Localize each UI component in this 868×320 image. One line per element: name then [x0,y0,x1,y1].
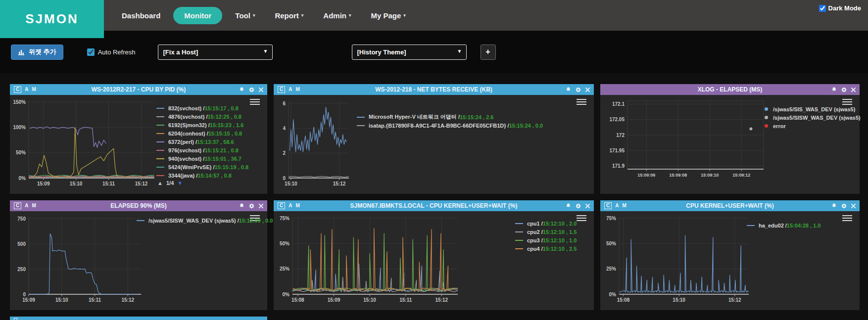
bell-icon[interactable] [831,203,837,209]
auto-refresh-toggle[interactable]: Auto Refresh [87,48,136,56]
bell-icon[interactable] [831,87,837,92]
page-down-icon[interactable]: ▼ [177,180,183,186]
gear-icon[interactable] [576,203,581,209]
svg-text:15:09: 15:09 [22,297,35,303]
auto-refresh-checkbox[interactable] [87,48,95,56]
mode-letter-a[interactable]: A [289,87,292,92]
bell-icon[interactable] [239,87,244,92]
legend-item[interactable]: 832(svchost) / 15:15:17 , 0.8 [156,104,248,112]
svg-text:15:09:10: 15:09:10 [701,173,719,178]
legend-item[interactable]: /sjwas5/SISW_WAS_DEV (sjwas5) [765,113,861,122]
legend-item[interactable]: 940(svchost) / 15:15:01 , 36.7 [156,154,248,163]
mode-letter-c[interactable]: C [278,202,285,209]
widget-header[interactable]: CAM WS-2012-218 - NET BYTES RECEIVE (KB) [274,84,594,95]
close-icon[interactable] [259,88,263,92]
gear-icon[interactable] [841,203,847,209]
mode-letter-m[interactable]: M [295,87,299,92]
mode-letter-c[interactable]: C [278,86,285,93]
legend-marker [156,125,164,126]
mode-letter-c[interactable]: C [604,202,612,209]
legend-marker [156,150,164,151]
svg-text:15:10: 15:10 [673,297,685,303]
legend-value: 15:14:57 , 0.8 [197,173,232,179]
legend-item[interactable]: Microsoft Hyper-V 네트워크 어댑터 / 15:15:24 , … [357,113,543,121]
mode-letter-a[interactable]: A [25,87,28,92]
host-select-wrap: [Fix a Host] ▼ [158,45,273,60]
legend-item[interactable]: 4876(svchost) / 15:12:25 , 0.8 [156,112,248,121]
widget-title: XLOG - ELAPSED (MS) [600,86,860,93]
nav-item-monitor[interactable]: Monitor [173,7,222,24]
legend-item[interactable]: 6192(Sjmon32) / 15:15:23 , 1.6 [156,121,248,129]
legend-marker [747,225,755,226]
legend-item[interactable]: /sjwas5/SISW_WAS_DEV (sjwas5) / 15:12:09… [137,216,273,225]
mode-letter-a[interactable]: A [615,203,619,208]
add-widget-button[interactable]: 위젯 추가 [11,45,63,60]
page-up-icon[interactable]: ▲ [157,180,163,186]
legend-item[interactable]: ha_edu02 / 15:04:28 , 1.0 [747,221,820,229]
close-icon[interactable] [851,88,856,92]
nav-item-dashboard[interactable]: Dashboard [115,7,167,24]
legend-item[interactable]: cpu2 / 15:12:10 , 1.5 [515,228,577,236]
legend-item[interactable]: error [765,122,861,130]
widget-header[interactable]: XLOG - ELAPSED (MS) [600,84,860,95]
legend-item[interactable]: 6372(perl) / 15:13:37 , 58.6 [156,137,248,146]
widget-panel-3: XLOG - ELAPSED (MS) 172.1172.05172171.95… [600,84,860,194]
close-icon[interactable] [851,204,856,208]
mode-letter-m[interactable]: M [32,203,36,208]
nav-item-tool[interactable]: Tool▾ [228,7,262,24]
chart-legend: cpu1 / 15:12:10 , 2.0cpu2 / 15:12:10 , 1… [515,219,577,253]
close-icon[interactable] [259,204,263,208]
mode-letter-m[interactable]: M [32,87,36,92]
legend-item[interactable]: 5424(WmiPrvSE) / 15:15:19 , 0.8 [156,163,248,171]
widget-header[interactable]: CAM ELAPSED 90% (MS) [10,200,267,211]
dark-mode-checkbox[interactable] [819,5,826,12]
svg-text:15:08: 15:08 [617,297,630,303]
mode-letter-m[interactable]: M [622,203,626,208]
svg-text:171.95: 171.95 [609,148,625,153]
legend-item[interactable]: cpu3 / 15:12:10 , 1.0 [515,236,577,244]
widget-title: ELAPSED 90% (MS) [10,202,267,209]
close-icon[interactable] [585,204,590,208]
mode-letter-c[interactable]: C [14,86,21,93]
chart-menu-icon[interactable] [577,214,586,223]
mode-letter-m[interactable]: M [295,203,299,208]
gear-icon[interactable] [249,87,254,92]
legend-item[interactable]: cpu1 / 15:12:10 , 2.0 [515,219,577,228]
close-icon[interactable] [585,88,590,92]
mode-letter-c[interactable]: C [14,202,21,209]
app-logo[interactable]: SJMON [0,0,104,38]
gear-icon[interactable] [841,87,847,92]
legend-item[interactable]: 976(svchost) / 15:15:21 , 0.8 [156,146,248,154]
chart-menu-icon[interactable] [250,97,260,106]
nav-item-mypage[interactable]: My Page▾ [364,7,413,24]
widget-header[interactable]: CAM WS-2012R2-217 - CPU BY PID (%) [10,84,267,95]
dark-mode-toggle[interactable]: Dark Mode [819,4,861,12]
chart-menu-icon[interactable] [842,214,852,223]
legend-item[interactable]: /sjwas5/SIS_WAS_DEV (sjwas5) [765,105,861,113]
bell-icon[interactable] [566,87,571,92]
host-select[interactable]: [Fix a Host] [158,45,273,60]
nav-item-admin[interactable]: Admin▾ [316,7,358,24]
legend-marker [765,116,768,119]
theme-select[interactable]: [History Theme] [352,45,467,60]
bell-icon[interactable] [566,203,571,209]
gear-icon[interactable] [249,203,254,209]
mode-letter-a[interactable]: A [289,203,292,208]
widget-header[interactable]: CAM SJMON67.IBMKTS.LOCAL - CPU KERNEL+US… [274,200,594,211]
mode-letter-a[interactable]: A [25,203,28,208]
widget-header[interactable]: CAM CPU KERNEL+USER+WAIT (%) [600,200,860,211]
legend-item[interactable]: isatap.{B17890F8-A9C1-4F1A-B9BC-66DFE05C… [357,121,543,130]
legend-marker [156,116,164,117]
add-theme-button[interactable]: + [481,45,496,60]
chart-legend: Microsoft Hyper-V 네트워크 어댑터 / 15:15:24 , … [357,113,543,130]
nav-item-report[interactable]: Report▾ [268,7,310,24]
widget-title: WS-2012-218 - NET BYTES RECEIVE (KB) [274,86,594,93]
gear-icon[interactable] [576,87,581,92]
chevron-down-icon: ▾ [403,13,406,18]
legend-item[interactable]: cpu4 / 15:12:10 , 2.5 [515,244,577,253]
legend-item[interactable]: 3344(java) / 15:14:57 , 0.8 [156,171,248,180]
legend-item[interactable]: 6204(conhost) / 15:15:15 , 0.8 [156,129,248,137]
chart-canvas: 642015:1015:12 [274,95,594,194]
bell-icon[interactable] [239,203,244,209]
chart-menu-icon[interactable] [577,97,586,106]
